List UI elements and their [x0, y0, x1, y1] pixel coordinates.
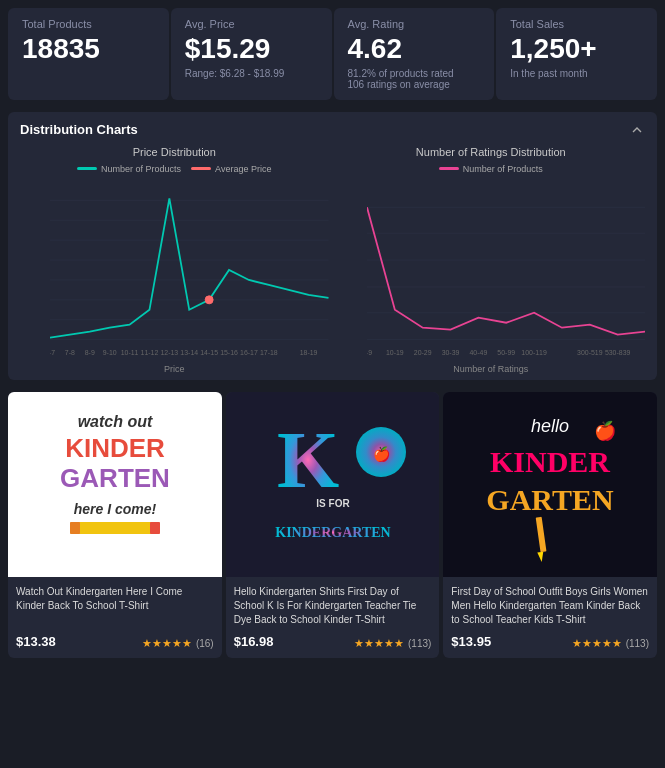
ratings-legend-dot: [439, 167, 459, 170]
svg-text:40-49: 40-49: [469, 348, 487, 355]
product-image-1: watch out KINDER GARTEN here I come!: [8, 392, 222, 577]
stat-avg-rating: Avg. Rating 4.62 81.2% of products rated…: [334, 8, 495, 100]
total-products-value: 18835: [22, 34, 155, 65]
svg-text:GARTEN: GARTEN: [60, 463, 170, 493]
svg-text:IS FOR: IS FOR: [316, 498, 350, 509]
svg-rect-60: [70, 522, 80, 534]
svg-text:11-12: 11-12: [141, 348, 159, 355]
svg-point-17: [205, 296, 213, 304]
svg-text:0-9: 0-9: [367, 348, 372, 355]
total-sales-label: Total Sales: [510, 18, 643, 30]
svg-text:100-119: 100-119: [521, 348, 547, 355]
ratings-distribution-chart: Number of Ratings Distribution Number of…: [337, 146, 646, 380]
stat-avg-price: Avg. Price $15.29 Range: $6.28 - $18.99: [171, 8, 332, 100]
product-info-1: Watch Out Kindergarten Here I Come Kinde…: [8, 577, 222, 658]
price-chart-svg-wrap: 0 2 4 6 8 10 12 14 Number of Products 6-…: [50, 180, 329, 360]
product-card-2[interactable]: K IS FOR 🍎 KINDERGARTEN Hello Kindergart…: [226, 392, 440, 658]
stat-total-sales: Total Sales 1,250+ In the past month: [496, 8, 657, 100]
product-price-1: $13.38: [16, 634, 56, 649]
total-products-label: Total Products: [22, 18, 155, 30]
svg-rect-59: [70, 522, 160, 534]
svg-text:KINDER: KINDER: [65, 433, 165, 463]
price-chart-x-label: Price: [20, 364, 329, 374]
product-title-2: Hello Kindergarten Shirts First Day of S…: [234, 585, 432, 627]
svg-text:7-8: 7-8: [65, 348, 75, 355]
product-stars-3: ★★★★★: [572, 637, 622, 650]
products-grid: watch out KINDER GARTEN here I come! Wat…: [0, 384, 665, 666]
ratings-chart-svg: 0 2 4 6 8 10 12 Number of Products 0-9 1…: [367, 180, 646, 360]
svg-text:13-14: 13-14: [180, 348, 198, 355]
ratings-chart-x-label: Number of Ratings: [337, 364, 646, 374]
svg-text:10-11: 10-11: [121, 348, 139, 355]
product-stars-2: ★★★★★: [354, 637, 404, 650]
price-legend-dot-products: [77, 167, 97, 170]
svg-text:530-839: 530-839: [604, 348, 630, 355]
ratings-chart-svg-wrap: 0 2 4 6 8 10 12 Number of Products 0-9 1…: [367, 180, 646, 360]
svg-text:300-519: 300-519: [577, 348, 603, 355]
price-distribution-chart: Price Distribution Number of Products Av…: [20, 146, 329, 380]
svg-text:15-16: 15-16: [220, 348, 238, 355]
svg-text:20-29: 20-29: [413, 348, 431, 355]
product-info-2: Hello Kindergarten Shirts First Day of S…: [226, 577, 440, 658]
product-stars-1: ★★★★★: [142, 637, 192, 650]
product-image-2: K IS FOR 🍎 KINDERGARTEN: [226, 392, 440, 577]
price-legend-label-products: Number of Products: [101, 164, 181, 174]
total-sales-value: 1,250+: [510, 34, 643, 65]
product-card-1[interactable]: watch out KINDER GARTEN here I come! Wat…: [8, 392, 222, 658]
price-legend-avg: Average Price: [191, 164, 271, 174]
product-card-3[interactable]: hello 🍎 KINDER GARTEN First Day of Schoo…: [443, 392, 657, 658]
charts-grid: Price Distribution Number of Products Av…: [20, 146, 645, 380]
product-rating-1: ★★★★★ (16): [142, 637, 214, 650]
stats-row: Total Products 18835 Avg. Price $15.29 R…: [0, 0, 665, 108]
charts-collapse-icon[interactable]: [629, 122, 645, 138]
avg-price-value: $15.29: [185, 34, 318, 65]
ratings-chart-legend: Number of Products: [337, 164, 646, 174]
svg-text:KINDER: KINDER: [490, 445, 610, 478]
svg-text:🍎: 🍎: [372, 446, 390, 463]
svg-text:16-17: 16-17: [240, 348, 258, 355]
svg-text:hello: hello: [531, 416, 569, 436]
product-price-3: $13.95: [451, 634, 491, 649]
charts-section-title: Distribution Charts: [20, 122, 138, 137]
svg-text:🍎: 🍎: [594, 420, 617, 442]
svg-text:GARTEN: GARTEN: [487, 483, 615, 516]
svg-text:30-39: 30-39: [441, 348, 459, 355]
svg-text:14-15: 14-15: [200, 348, 218, 355]
price-chart-title: Price Distribution: [20, 146, 329, 158]
price-chart-legend: Number of Products Average Price: [20, 164, 329, 174]
price-legend-products: Number of Products: [77, 164, 181, 174]
product-review-count-2: (113): [408, 638, 431, 649]
svg-text:6-7: 6-7: [50, 348, 55, 355]
product-review-count-1: (16): [196, 638, 214, 649]
charts-header: Distribution Charts: [20, 122, 645, 138]
svg-text:watch out: watch out: [77, 413, 152, 430]
product-title-1: Watch Out Kindergarten Here I Come Kinde…: [16, 585, 214, 627]
svg-text:17-18: 17-18: [260, 348, 278, 355]
product-price-2: $16.98: [234, 634, 274, 649]
svg-text:K: K: [276, 416, 338, 504]
price-legend-label-avg: Average Price: [215, 164, 271, 174]
distribution-charts-section: Distribution Charts Price Distribution N…: [8, 112, 657, 380]
product-title-3: First Day of School Outfit Boys Girls Wo…: [451, 585, 649, 627]
price-chart-svg: 0 2 4 6 8 10 12 14 Number of Products 6-…: [50, 180, 329, 360]
svg-text:here I come!: here I come!: [74, 501, 157, 517]
ratings-legend-products: Number of Products: [439, 164, 543, 174]
stat-total-products: Total Products 18835: [8, 8, 169, 100]
svg-text:10-19: 10-19: [385, 348, 403, 355]
avg-price-label: Avg. Price: [185, 18, 318, 30]
total-sales-sub: In the past month: [510, 68, 643, 79]
svg-text:9-10: 9-10: [103, 348, 117, 355]
svg-text:8-9: 8-9: [85, 348, 95, 355]
ratings-chart-title: Number of Ratings Distribution: [337, 146, 646, 158]
svg-text:KINDERGARTEN: KINDERGARTEN: [275, 525, 390, 540]
svg-text:18-19: 18-19: [300, 348, 318, 355]
product-rating-2: ★★★★★ (113): [354, 637, 431, 650]
product-rating-3: ★★★★★ (113): [572, 637, 649, 650]
product-review-count-3: (113): [626, 638, 649, 649]
svg-text:12-13: 12-13: [160, 348, 178, 355]
avg-rating-sub: 81.2% of products rated 106 ratings on a…: [348, 68, 481, 90]
svg-rect-61: [150, 522, 160, 534]
price-legend-dot-avg: [191, 167, 211, 170]
ratings-legend-label: Number of Products: [463, 164, 543, 174]
svg-text:50-99: 50-99: [497, 348, 515, 355]
